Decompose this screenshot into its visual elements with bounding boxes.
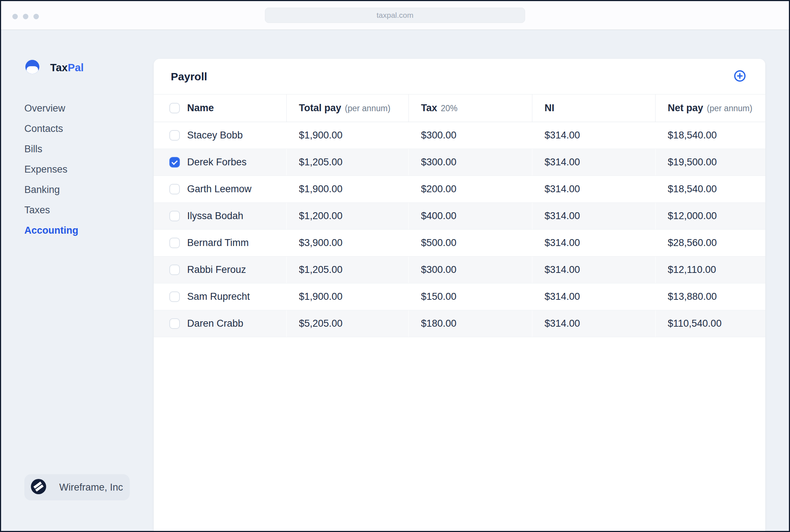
row-checkbox[interactable] [169, 265, 180, 275]
sidebar-item-overview[interactable]: Overview [24, 98, 78, 118]
row-checkbox[interactable] [169, 157, 180, 168]
table-row: Stacey Bobb$1,900.00$300.00$314.00$18,54… [154, 122, 765, 149]
column-header-total-pay: Total pay(per annum) [286, 94, 408, 122]
table-row: Garth Leemow$1,900.00$200.00$314.00$18,5… [154, 176, 765, 202]
window-dot-close[interactable] [12, 14, 18, 19]
brand-name-part1: Tax [50, 62, 68, 73]
brand[interactable]: TaxPal [24, 59, 84, 76]
column-label: Tax [421, 102, 438, 113]
name-cell: Daren Crabb [154, 310, 286, 337]
ni-cell: $314.00 [532, 310, 655, 337]
sidebar-item-expenses[interactable]: Expenses [24, 159, 78, 180]
add-entry-button[interactable] [734, 70, 746, 83]
taxpal-logo-icon [24, 59, 40, 76]
column-header-net-pay: Net pay(per annum) [655, 94, 765, 122]
url-bar[interactable]: taxpal.com [265, 8, 525, 23]
table-row: Ilyssa Bodah$1,200.00$400.00$314.00$12,0… [154, 202, 765, 229]
total-pay-cell: $1,205.00 [286, 256, 408, 283]
payroll-card: Payroll Name [154, 59, 765, 531]
org-name: Wireframe, Inc [59, 482, 123, 493]
net-pay-cell: $12,110.00 [655, 256, 765, 283]
ni-cell: $314.00 [532, 229, 655, 256]
table-row: Rabbi Ferouz$1,205.00$300.00$314.00$12,1… [154, 256, 765, 283]
net-pay-cell: $28,560.00 [655, 229, 765, 256]
payroll-table: Name Total pay(per annum) Tax20% NI Net … [154, 94, 765, 337]
app-window: taxpal.com TaxPal Overview Contacts Bill… [0, 0, 790, 532]
column-header-name: Name [154, 94, 286, 122]
total-pay-cell: $1,900.00 [286, 122, 408, 149]
brand-name: TaxPal [50, 62, 84, 74]
ni-cell: $314.00 [532, 122, 655, 149]
window-dot-maximize[interactable] [33, 14, 39, 19]
name-cell: Bernard Timm [154, 229, 286, 256]
total-pay-cell: $3,900.00 [286, 229, 408, 256]
column-label: NI [545, 102, 555, 113]
name-cell: Derek Forbes [154, 149, 286, 176]
column-header-ni: NI [532, 94, 655, 122]
card-header: Payroll [154, 59, 765, 94]
brand-name-part2: Pal [68, 62, 84, 73]
employee-name: Stacey Bobb [187, 130, 243, 141]
url-text: taxpal.com [376, 11, 414, 20]
column-label: Name [187, 102, 214, 114]
tax-cell: $400.00 [408, 202, 532, 229]
sidebar-item-banking[interactable]: Banking [24, 180, 78, 200]
employee-name: Derek Forbes [187, 157, 247, 168]
employee-name: Rabbi Ferouz [187, 264, 246, 275]
tax-cell: $150.00 [408, 283, 532, 310]
column-label: Total pay [299, 102, 342, 113]
tax-cell: $500.00 [408, 229, 532, 256]
name-cell: Stacey Bobb [154, 122, 286, 149]
column-label: Net pay [668, 102, 704, 113]
row-checkbox[interactable] [169, 318, 180, 329]
total-pay-cell: $1,900.00 [286, 283, 408, 310]
page-title: Payroll [171, 70, 207, 83]
column-suffix: 20% [441, 104, 458, 113]
browser-chrome: taxpal.com [1, 1, 789, 30]
employee-name: Daren Crabb [187, 318, 243, 329]
tax-cell: $180.00 [408, 310, 532, 337]
row-checkbox[interactable] [169, 211, 180, 221]
table-row: Daren Crabb$5,205.00$180.00$314.00$110,5… [154, 310, 765, 337]
ni-cell: $314.00 [532, 256, 655, 283]
sidebar-item-taxes[interactable]: Taxes [24, 200, 78, 220]
table-row: Derek Forbes$1,205.00$300.00$314.00$19,5… [154, 149, 765, 176]
table-row: Sam Ruprecht$1,900.00$150.00$314.00$13,8… [154, 283, 765, 310]
column-suffix: (per annum) [345, 104, 390, 113]
window-dot-minimize[interactable] [23, 14, 28, 19]
net-pay-cell: $19,500.00 [655, 149, 765, 176]
name-cell: Ilyssa Bodah [154, 202, 286, 229]
tax-cell: $300.00 [408, 149, 532, 176]
row-checkbox[interactable] [169, 184, 180, 194]
ni-cell: $314.00 [532, 149, 655, 176]
employee-name: Garth Leemow [187, 184, 251, 195]
row-checkbox[interactable] [169, 130, 180, 141]
circle-plus-icon [734, 70, 746, 83]
employee-name: Bernard Timm [187, 237, 249, 249]
net-pay-cell: $12,000.00 [655, 202, 765, 229]
sidebar-item-contacts[interactable]: Contacts [24, 118, 78, 139]
tax-cell: $200.00 [408, 176, 532, 202]
ni-cell: $314.00 [532, 283, 655, 310]
row-checkbox[interactable] [169, 238, 180, 248]
sidebar-item-accounting[interactable]: Accounting [24, 220, 78, 241]
name-cell: Rabbi Ferouz [154, 256, 286, 283]
payroll-table-body: Stacey Bobb$1,900.00$300.00$314.00$18,54… [154, 122, 765, 337]
employee-name: Sam Ruprecht [187, 291, 250, 302]
name-cell: Sam Ruprecht [154, 283, 286, 310]
employee-name: Ilyssa Bodah [187, 210, 243, 222]
row-checkbox[interactable] [169, 291, 180, 302]
net-pay-cell: $110,540.00 [655, 310, 765, 337]
ni-cell: $314.00 [532, 202, 655, 229]
sidebar-item-bills[interactable]: Bills [24, 139, 78, 159]
name-cell: Garth Leemow [154, 176, 286, 202]
ni-cell: $314.00 [532, 176, 655, 202]
net-pay-cell: $18,540.00 [655, 122, 765, 149]
net-pay-cell: $13,880.00 [655, 283, 765, 310]
org-switcher[interactable]: Wireframe, Inc [24, 474, 130, 500]
select-all-checkbox[interactable] [169, 103, 180, 113]
total-pay-cell: $1,200.00 [286, 202, 408, 229]
total-pay-cell: $5,205.00 [286, 310, 408, 337]
sidebar-nav: Overview Contacts Bills Expenses Banking… [24, 98, 78, 241]
table-header: Name Total pay(per annum) Tax20% NI Net … [154, 94, 765, 122]
